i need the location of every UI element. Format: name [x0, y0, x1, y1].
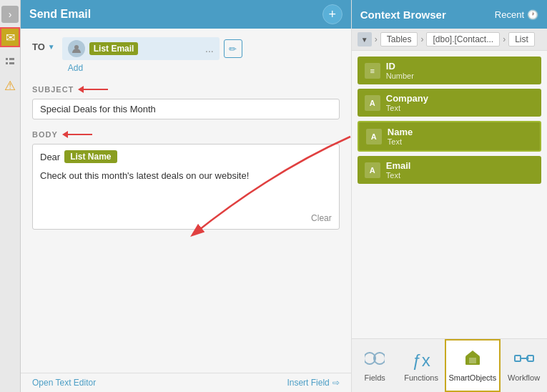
body-arrow-indicator [64, 129, 99, 139]
context-item-id[interactable]: ≡ ID Number [358, 57, 541, 84]
id-icon: ≡ [365, 63, 380, 79]
svg-rect-2 [6, 62, 8, 64]
clear-button[interactable]: Clear [311, 213, 332, 223]
smartobjects-tab-icon [463, 349, 483, 371]
breadcrumb-back-button[interactable]: ▼ [358, 32, 372, 46]
context-browser-header: Context Browser Recent 🕐 [352, 0, 547, 29]
recent-button[interactable]: Recent 🕐 [495, 9, 538, 20]
avatar [68, 40, 85, 57]
tab-functions[interactable]: ƒx Functions [398, 339, 445, 392]
warning-nav-icon[interactable]: ⚠ [0, 76, 20, 96]
body-label: BODY [32, 129, 340, 139]
open-text-editor-link[interactable]: Open Text Editor [32, 378, 96, 388]
id-type: Number [386, 72, 414, 80]
name-type: Text [388, 137, 413, 146]
add-button[interactable]: + [322, 4, 343, 24]
left-sidebar: › ✉ ⚠ [0, 0, 21, 392]
company-name: Company [386, 93, 428, 104]
main-header: Send Email + [21, 0, 351, 29]
company-icon: A [365, 95, 380, 111]
svg-rect-3 [9, 62, 14, 64]
name-name: Name [388, 127, 413, 137]
company-type: Text [386, 104, 428, 112]
svg-rect-9 [469, 358, 476, 363]
context-item-name[interactable]: A Name Text [358, 121, 541, 152]
email-name: Email [386, 160, 411, 171]
to-row: TO ▼ List Email ... ✏ Add [32, 37, 340, 73]
svg-rect-0 [6, 58, 8, 60]
right-panel: Context Browser Recent 🕐 ▼ › Tables › [d… [351, 0, 547, 392]
insert-field-button[interactable]: Insert Field ⇨ [287, 378, 339, 388]
main-body: TO ▼ List Email ... ✏ Add [21, 29, 351, 373]
to-dropdown-arrow[interactable]: ▼ [48, 43, 55, 51]
context-browser-title: Context Browser [360, 9, 446, 21]
tab-workflow[interactable]: Workflow [501, 339, 547, 392]
recent-label: Recent [495, 9, 524, 20]
fields-tab-icon [365, 351, 385, 371]
edit-button[interactable]: ✏ [224, 39, 242, 58]
svg-rect-10 [515, 356, 521, 361]
tab-smartobjects[interactable]: SmartObjects [445, 339, 501, 392]
context-item-company[interactable]: A Company Text [358, 89, 541, 117]
context-list: ≡ ID Number A Company Text A Name Text A [352, 51, 547, 338]
email-icon: A [365, 162, 380, 178]
collapse-button[interactable]: › [1, 6, 19, 23]
subject-arrow-indicator [79, 84, 115, 94]
breadcrumb-tables[interactable]: Tables [380, 32, 418, 46]
breadcrumb-list[interactable]: List [508, 32, 535, 46]
functions-tab-icon: ƒx [412, 351, 430, 371]
recent-clock-icon: 🕐 [527, 9, 538, 20]
list-name-badge: List Name [64, 150, 117, 163]
body-text: Check out this month's latest deals on o… [40, 169, 332, 183]
svg-rect-1 [9, 58, 14, 60]
to-label: TO ▼ [32, 41, 55, 52]
tab-fields[interactable]: Fields [352, 339, 398, 392]
dear-text: Dear [40, 152, 60, 162]
smartobjects-tab-label: SmartObjects [449, 373, 497, 382]
workflow-tab-label: Workflow [508, 373, 540, 382]
svg-marker-8 [465, 351, 480, 356]
functions-tab-label: Functions [404, 373, 438, 382]
context-item-email[interactable]: A Email Text [358, 156, 541, 184]
main-panel: Send Email + TO ▼ List Email ... [21, 0, 351, 392]
subject-label: SUBJECT [32, 84, 340, 94]
main-footer: Open Text Editor Insert Field ⇨ [21, 373, 351, 392]
fields-tab-label: Fields [365, 373, 385, 382]
list-nav-icon[interactable] [0, 52, 20, 72]
email-type: Text [386, 171, 411, 180]
name-icon: A [366, 129, 382, 144]
body-editor[interactable]: Dear List Name Check out this month's la… [32, 144, 340, 230]
body-line1: Dear List Name [40, 150, 332, 163]
to-chips: List Email ... [62, 37, 220, 60]
more-options-button[interactable]: ... [205, 43, 214, 54]
panel-title: Send Email [29, 8, 315, 21]
insert-field-icon: ⇨ [332, 378, 340, 388]
add-link[interactable]: Add [68, 63, 242, 73]
insert-field-label: Insert Field [287, 378, 329, 388]
breadcrumb-contact[interactable]: [dbo].[Contact... [426, 32, 500, 46]
subject-input[interactable] [32, 99, 340, 119]
tab-bar: Fields ƒx Functions SmartObjects [352, 338, 547, 392]
breadcrumb: ▼ › Tables › [dbo].[Contact... › List [352, 29, 547, 51]
list-email-badge: List Email [89, 42, 139, 55]
email-nav-icon[interactable]: ✉ [0, 27, 20, 47]
id-name: ID [386, 61, 414, 72]
workflow-tab-icon [514, 351, 534, 371]
